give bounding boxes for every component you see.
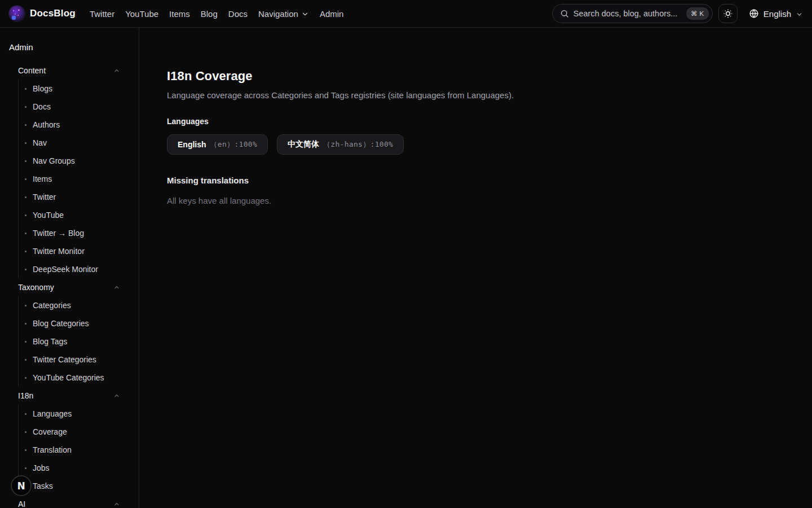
sidebar-item-label: Twitter Monitor xyxy=(33,247,85,256)
nav-link[interactable]: YouTube xyxy=(125,9,158,19)
search-box[interactable]: ⌘ K xyxy=(552,4,713,23)
sidebar-item-label: Twitter Categories xyxy=(33,355,96,364)
sidebar-section-label: Taxonomy xyxy=(18,283,54,292)
search-icon xyxy=(560,9,569,18)
nav-link[interactable]: Docs xyxy=(228,9,248,19)
language-coverage-detail: （zh-hans）:100% xyxy=(323,139,393,150)
sidebar-item[interactable]: Authors xyxy=(19,116,120,134)
sidebar-section-label: I18n xyxy=(18,391,33,400)
sidebar-item[interactable]: YouTube xyxy=(19,206,120,224)
nav-link[interactable]: Blog xyxy=(201,9,218,19)
nav-link-label: Twitter xyxy=(90,9,114,19)
sidebar-item[interactable]: Nav Groups xyxy=(19,152,120,170)
sidebar-item[interactable]: Jobs xyxy=(19,459,120,477)
language-selector-label: English xyxy=(764,9,791,19)
sidebar-item-label: Blog Categories xyxy=(33,319,89,328)
bullet-icon xyxy=(25,160,27,162)
sidebar-item-label: YouTube Categories xyxy=(33,373,104,382)
sidebar-item-label: Nav Groups xyxy=(33,156,75,165)
keyboard-shortcut-badge: ⌘ K xyxy=(686,7,709,20)
sidebar-item-label: Blogs xyxy=(33,84,52,93)
bullet-icon xyxy=(25,323,27,325)
bullet-icon xyxy=(25,431,27,433)
sidebar-section: Taxonomy Categories Blog Categories xyxy=(18,278,120,387)
sidebar-item[interactable]: Twitter → Blog xyxy=(19,224,120,242)
bullet-icon xyxy=(25,178,27,180)
nav-link[interactable]: Items xyxy=(169,9,190,19)
sidebar-item-label: Nav xyxy=(33,138,47,147)
bullet-icon xyxy=(25,214,27,216)
chevron-up-icon xyxy=(113,392,120,399)
sidebar-item[interactable]: Twitter Categories xyxy=(19,351,120,369)
missing-translations-body: All keys have all languages. xyxy=(167,195,785,206)
sidebar-section-items: Languages Coverage Translation Jobs xyxy=(18,405,120,495)
nextjs-dev-badge[interactable]: N xyxy=(11,475,32,496)
bullet-icon xyxy=(25,233,27,234)
sidebar-item-label: Docs xyxy=(33,102,51,111)
sidebar-title: Admin xyxy=(9,42,130,52)
sidebar-item-label: Translation xyxy=(33,445,72,454)
search-input[interactable] xyxy=(573,9,682,18)
sidebar-item[interactable]: Twitter Monitor xyxy=(19,242,120,260)
sidebar-section-header[interactable]: I18n xyxy=(18,387,120,405)
sidebar-sections: Content Blogs Docs xyxy=(18,62,120,508)
chevron-up-icon xyxy=(113,67,120,74)
sidebar-item[interactable]: Translation xyxy=(19,441,120,459)
sidebar-item-label: Twitter xyxy=(33,192,56,202)
sidebar-item-label: Tasks xyxy=(33,481,53,491)
sidebar-item[interactable]: Docs xyxy=(19,98,120,116)
sidebar-section-header[interactable]: Taxonomy xyxy=(18,278,120,296)
sidebar-item[interactable]: YouTube Categories xyxy=(19,369,120,387)
sidebar-item[interactable]: Nav xyxy=(19,134,120,152)
language-pills: English （en）:100% 中文简体 （zh-hans）:100% xyxy=(167,134,785,155)
sidebar-item-label: Languages xyxy=(33,409,72,418)
bullet-icon xyxy=(25,377,27,379)
sidebar-item[interactable]: Items xyxy=(19,170,120,188)
sidebar-item[interactable]: DeepSeek Monitor xyxy=(19,260,120,278)
chevron-down-icon xyxy=(796,11,803,18)
sidebar-item[interactable]: Twitter xyxy=(19,188,120,206)
sidebar-section-header[interactable]: Content xyxy=(18,62,120,80)
sidebar-item[interactable]: Blog Categories xyxy=(19,314,120,332)
admin-sidebar: Admin Content Blogs Docs xyxy=(0,28,139,508)
nav-link[interactable]: Navigation xyxy=(258,9,309,19)
sun-icon xyxy=(722,8,734,19)
bullet-icon xyxy=(25,251,27,252)
nav-link-label: Admin xyxy=(320,9,344,19)
sidebar-item-label: Coverage xyxy=(33,427,67,436)
bullet-icon xyxy=(25,305,27,306)
sidebar-item-label: DeepSeek Monitor xyxy=(33,265,98,274)
bullet-icon xyxy=(25,413,27,415)
languages-section: Languages English （en）:100% 中文简体 （zh-han… xyxy=(167,117,785,155)
chevron-up-icon xyxy=(113,284,120,291)
globe-icon xyxy=(749,8,759,19)
bullet-icon xyxy=(25,341,27,343)
bullet-icon xyxy=(25,449,27,451)
bullet-icon xyxy=(25,106,27,108)
sidebar-section-header[interactable]: AI xyxy=(18,495,120,508)
header-right: ⌘ K English xyxy=(552,4,803,23)
sidebar-item[interactable]: Coverage xyxy=(19,423,120,441)
nav-link[interactable]: Twitter xyxy=(90,9,114,19)
sidebar-item[interactable]: Tasks xyxy=(19,477,120,495)
page-subtitle: Language coverage across Categories and … xyxy=(167,90,785,100)
theme-toggle-button[interactable] xyxy=(718,4,738,23)
sidebar-item[interactable]: Categories xyxy=(19,296,120,314)
sidebar-section: I18n Languages Coverage xyxy=(18,387,120,495)
sidebar-item[interactable]: Blog Tags xyxy=(19,332,120,351)
sidebar-item[interactable]: Languages xyxy=(19,405,120,423)
brand[interactable]: DocsBlog xyxy=(9,6,76,21)
languages-label: Languages xyxy=(167,117,785,126)
missing-translations-title: Missing translations xyxy=(167,175,785,186)
sidebar-section-items: Categories Blog Categories Blog Tags Twi… xyxy=(18,296,120,387)
page-title: I18n Coverage xyxy=(167,68,785,84)
nav-link[interactable]: Admin xyxy=(320,9,344,19)
sidebar-item[interactable]: Blogs xyxy=(19,80,120,98)
main-nav: Twitter YouTube Items Blog Docs Navigati… xyxy=(90,9,343,19)
language-coverage-pill: 中文简体 （zh-hans）:100% xyxy=(277,134,404,155)
brand-name: DocsBlog xyxy=(30,8,76,19)
sidebar-section-label: Content xyxy=(18,66,46,75)
language-selector[interactable]: English xyxy=(749,8,803,19)
nav-link-label: Items xyxy=(169,9,190,19)
bullet-icon xyxy=(25,142,27,144)
